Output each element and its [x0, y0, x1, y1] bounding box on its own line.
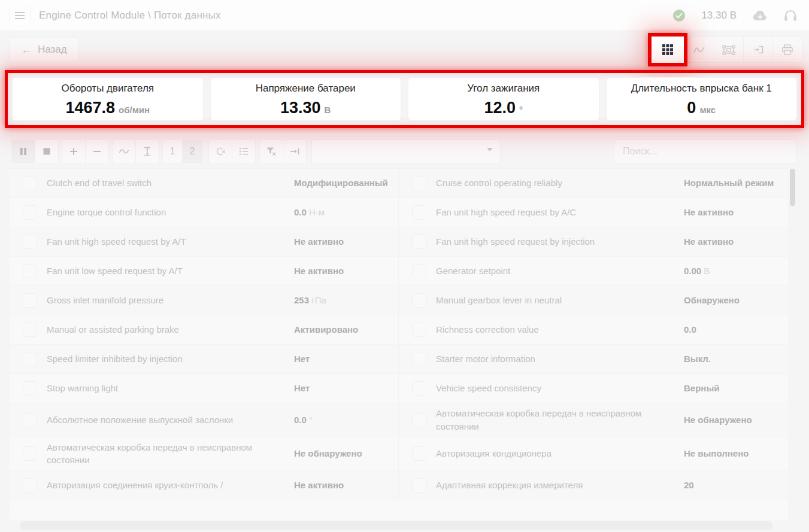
param-name: Fan unit low speed request by A/T — [47, 265, 294, 278]
print-icon — [781, 44, 793, 55]
row-checkbox[interactable] — [412, 323, 426, 337]
fit-height-button[interactable] — [135, 139, 159, 163]
chart-view-icon — [693, 44, 705, 55]
param-value: Не активно — [294, 235, 390, 248]
row-checkbox[interactable] — [23, 323, 37, 337]
row-checkbox[interactable] — [23, 176, 37, 190]
row-checkbox[interactable] — [412, 176, 426, 190]
param-value: Нет — [294, 382, 390, 395]
param-name: Gross inlet manifold pressure — [47, 294, 294, 307]
param-name: Fan unit high speed request by A/C — [436, 206, 684, 219]
row-checkbox[interactable] — [412, 381, 426, 396]
row-checkbox[interactable] — [23, 264, 37, 278]
param-name: Автоматическая коробка передач в неиспра… — [436, 407, 684, 433]
row-checkbox[interactable] — [412, 478, 426, 493]
table-cell-right: Richness correction value 0.0 — [399, 315, 788, 344]
param-value: 0.00 В — [684, 265, 780, 278]
row-checkbox[interactable] — [23, 205, 37, 220]
battery-voltage: 13.30 В — [701, 10, 737, 22]
param-value: Активировано — [294, 323, 390, 336]
smooth-button[interactable] — [112, 139, 136, 163]
headphones-button[interactable] — [784, 10, 797, 22]
param-name: Engine torque control function — [47, 206, 294, 219]
metric-card-engine-rpm[interactable]: Обороты двигателя 1467.8об/мин — [12, 77, 204, 121]
grid-view-icon — [662, 44, 674, 56]
row-checkbox[interactable] — [412, 205, 426, 220]
breadcrumb-title: Engine Control Module \ Поток данных — [39, 10, 221, 22]
metric-unit: В — [325, 105, 331, 115]
vertical-scrollbar-thumb[interactable] — [790, 169, 795, 206]
param-name: Авторизация соединения круиз-контполь / — [47, 479, 294, 492]
row-checkbox[interactable] — [23, 235, 37, 249]
horizontal-scrollbar[interactable] — [20, 521, 772, 530]
chart-view-button[interactable] — [684, 37, 714, 63]
table-row: Fan unit high speed request by A/T Не ак… — [10, 227, 788, 257]
columns-1-button[interactable]: 1 — [162, 139, 183, 163]
filter-clear-icon — [266, 147, 277, 156]
row-checkbox[interactable] — [412, 264, 426, 278]
parameter-select[interactable] — [311, 139, 501, 163]
row-checkbox[interactable] — [23, 478, 37, 493]
row-checkbox[interactable] — [23, 293, 37, 308]
table-row: Clutch end of travel switch Модифицирова… — [10, 169, 788, 198]
pause-button[interactable] — [11, 139, 35, 163]
row-checkbox[interactable] — [23, 381, 37, 396]
param-value: Верный — [684, 382, 780, 395]
metric-title: Длительность впрыска банк 1 — [631, 83, 772, 95]
metric-value: 0мкс — [687, 100, 716, 116]
row-checkbox[interactable] — [412, 352, 426, 366]
zoom-out-icon — [93, 150, 101, 153]
param-value: Нет — [294, 352, 390, 366]
row-checkbox[interactable] — [23, 413, 37, 427]
table-cell-right: Автоматическая коробка передач в неиспра… — [399, 403, 788, 437]
columns-2-button[interactable]: 2 — [182, 139, 202, 163]
param-value: Не активно — [684, 206, 780, 219]
table-row: Stop warning light Нет Vehicle speed con… — [10, 374, 788, 403]
table-cell-left: Manual or assisted parking brake Активир… — [10, 315, 399, 344]
export-button[interactable] — [743, 37, 773, 63]
table-row: Engine torque control function 0.0 Н·м F… — [10, 198, 788, 227]
back-button[interactable]: ← Назад — [10, 37, 78, 62]
row-checkbox[interactable] — [412, 235, 426, 249]
row-checkbox[interactable] — [23, 352, 37, 366]
print-button[interactable] — [772, 37, 802, 63]
search-input[interactable] — [614, 139, 797, 163]
list-button[interactable] — [232, 139, 256, 163]
row-checkbox[interactable] — [412, 293, 426, 308]
row-checkbox[interactable] — [412, 446, 426, 461]
table-cell-left: Speed limiter inhibited by injection Нет — [10, 345, 399, 373]
param-name: Richness correction value — [436, 323, 684, 336]
metric-card-battery-voltage[interactable]: Напряжение батареи 13.30В — [210, 77, 402, 121]
secondary-toolbar: ← Назад — [0, 31, 809, 69]
stop-button[interactable] — [35, 139, 59, 163]
row-checkbox[interactable] — [23, 446, 37, 461]
table-cell-left: Clutch end of travel switch Модифицирова… — [10, 169, 399, 197]
row-checkbox[interactable] — [412, 413, 426, 427]
param-value: Не выполнено — [684, 447, 780, 460]
filter-clear-button[interactable] — [259, 139, 283, 163]
app-header: Engine Control Module \ Поток данных 13.… — [0, 0, 809, 31]
metric-card-ignition-angle[interactable]: Угол зажигания 12.0° — [408, 77, 599, 121]
go-to-end-icon — [290, 147, 300, 156]
param-name: Stop warning light — [47, 382, 294, 395]
metric-unit: ° — [519, 105, 523, 115]
back-arrow-icon: ← — [21, 44, 32, 56]
metric-card-injection-duration[interactable]: Длительность впрыска банк 1 0мкс — [606, 77, 798, 121]
param-value: 253 гПа — [294, 294, 390, 307]
cloud-download-button[interactable] — [752, 10, 768, 22]
reset-button[interactable] — [208, 139, 232, 163]
list-icon — [239, 147, 249, 156]
param-name: Starter motor information — [436, 352, 684, 366]
menu-button[interactable] — [9, 5, 31, 26]
table-cell-left: Gross inlet manifold pressure 253 гПа — [10, 286, 399, 315]
zoom-out-button[interactable] — [85, 139, 109, 163]
zoom-in-button[interactable] — [62, 139, 86, 163]
param-name: Manual gearbox lever in neutral — [436, 294, 684, 307]
snapshot-button[interactable] — [714, 37, 744, 63]
table-cell-right: Starter motor information Выкл. — [399, 345, 788, 373]
param-name: Generator setpoint — [436, 265, 684, 278]
table-row: Speed limiter inhibited by injection Нет… — [10, 345, 788, 374]
grid-view-button-active[interactable] — [652, 37, 684, 63]
go-to-end-button[interactable] — [283, 139, 307, 163]
param-value: 0.0 Н·м — [294, 206, 390, 219]
